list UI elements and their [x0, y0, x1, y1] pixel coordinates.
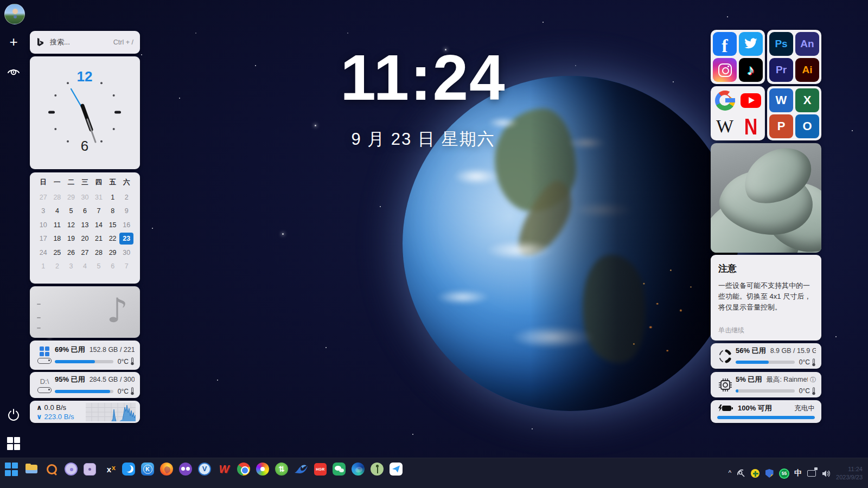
notice-continue-link[interactable]: 单击继续 — [718, 326, 744, 335]
calendar-cell[interactable]: 14 — [92, 219, 106, 231]
network-widget[interactable]: ∧0.0 B/s ∨223.0 B/s — [30, 401, 140, 423]
taskbar-wps[interactable]: W — [217, 462, 231, 476]
search-widget[interactable]: 搜索... Ctrl + / — [30, 31, 140, 54]
notice-card[interactable]: 注意 一些设备可能不支持其中的一些功能。切换至 4x1 尺寸后，将仅显示音量控制… — [711, 255, 821, 341]
ime-indicator[interactable]: 中 — [794, 468, 802, 478]
calendar-widget[interactable]: 日一二三四五六272829303112345678910111213141516… — [30, 172, 140, 284]
taskbar-color-browser[interactable] — [256, 463, 269, 476]
taskbar-x-app[interactable]: x — [102, 462, 116, 476]
calendar-cell[interactable]: 31 — [92, 191, 106, 203]
eye-toggle-button[interactable] — [7, 64, 21, 78]
calendar-cell[interactable]: 25 — [50, 247, 65, 259]
calendar-cell[interactable]: 22 — [106, 233, 120, 245]
calendar-cell[interactable]: 2 — [50, 260, 65, 272]
app-word[interactable]: W — [769, 88, 793, 112]
tray-antivirus-icon[interactable] — [751, 469, 760, 478]
calendar-cell[interactable]: 4 — [78, 260, 92, 272]
calendar-cell[interactable]: 13 — [78, 219, 92, 231]
app-illustrator[interactable]: Ai — [795, 58, 819, 82]
calendar-cell[interactable]: 30 — [119, 247, 133, 259]
taskbar-key-app[interactable] — [371, 463, 384, 476]
tray-satellite-icon[interactable] — [736, 468, 746, 478]
calendar-cell[interactable]: 10 — [36, 219, 50, 231]
app-google[interactable] — [713, 88, 737, 112]
app-netflix[interactable]: N — [739, 114, 763, 138]
app-animate[interactable]: An — [795, 32, 819, 56]
app-premiere[interactable]: Pr — [769, 58, 793, 82]
add-widget-button[interactable]: + — [7, 36, 20, 49]
music-widget[interactable]: ♪ — [30, 286, 140, 338]
calendar-cell[interactable]: 3 — [64, 260, 78, 272]
calendar-cell[interactable]: 6 — [78, 205, 92, 217]
app-outlook[interactable]: O — [795, 114, 819, 138]
calendar-cell[interactable]: 11 — [50, 219, 65, 231]
calendar-cell[interactable]: 19 — [64, 233, 78, 245]
taskbar-hgr-app[interactable]: HGR — [314, 463, 327, 476]
analog-clock-widget[interactable]: 12 6 — [30, 56, 140, 169]
bloom-image-card[interactable] — [711, 143, 821, 253]
taskbar-chrome[interactable] — [237, 463, 250, 476]
disk-c-widget[interactable]: 69% 已用 152.8 GB / 221.8… 0°C — [30, 341, 140, 370]
taskbar-edge[interactable] — [352, 463, 365, 476]
calendar-cell[interactable]: 24 — [36, 247, 50, 259]
tray-expand-button[interactable]: ^ — [728, 469, 731, 477]
volume-icon[interactable] — [821, 468, 831, 478]
rail-windows-button[interactable] — [7, 437, 20, 450]
taskbar-firefox[interactable] — [160, 463, 173, 476]
calendar-cell[interactable]: 1 — [36, 260, 50, 272]
calendar-cell[interactable]: 27 — [78, 247, 92, 259]
calendar-cell[interactable]: 29 — [64, 191, 78, 203]
calendar-cell[interactable]: 7 — [92, 205, 106, 217]
battery-widget[interactable]: 100% 可用 充电中 — [711, 400, 821, 423]
tray-green-badge[interactable]: 55 — [779, 468, 789, 479]
info-icon[interactable]: ⓘ — [810, 376, 816, 384]
calendar-cell[interactable]: 1 — [106, 191, 120, 203]
calendar-cell[interactable]: 2 — [119, 191, 133, 203]
user-avatar[interactable] — [4, 4, 25, 24]
taskbar-tim[interactable] — [390, 463, 403, 476]
tray-shield-warning-icon[interactable] — [764, 468, 774, 478]
app-facebook[interactable]: f — [713, 32, 737, 56]
taskbar-search[interactable] — [44, 462, 59, 476]
calendar-cell[interactable]: 4 — [50, 205, 65, 217]
taskbar-crescent-browser[interactable] — [122, 463, 135, 476]
taskbar-wave-app[interactable] — [294, 462, 308, 476]
taskbar-v-app[interactable]: V — [198, 463, 211, 476]
ram-widget[interactable]: 56% 已用 8.9 GB / 15.9 GB 0°C — [711, 343, 821, 369]
tray-display-icon[interactable] — [807, 468, 816, 478]
taskbar-goggles-app[interactable] — [179, 463, 192, 476]
calendar-cell[interactable]: 9 — [119, 205, 133, 217]
app-excel[interactable]: X — [795, 88, 819, 112]
taskbar-wechat[interactable] — [333, 463, 346, 476]
app-powerpoint[interactable]: P — [769, 114, 793, 138]
calendar-cell[interactable]: 26 — [64, 247, 78, 259]
tray-clock[interactable]: 11:24 2023/9/23 — [836, 465, 863, 481]
app-tiktok[interactable]: ♪ — [739, 58, 763, 82]
calendar-cell[interactable]: 28 — [50, 191, 65, 203]
app-photoshop[interactable]: Ps — [769, 32, 793, 56]
calendar-cell[interactable]: 8 — [106, 205, 120, 217]
app-youtube[interactable] — [739, 88, 763, 112]
calendar-cell[interactable]: 16 — [119, 219, 133, 231]
disk-d-widget[interactable]: D:\ 95% 已用 284.5 GB / 300.0… 0°C — [30, 372, 140, 398]
calendar-selected-day[interactable]: 23 — [119, 233, 133, 245]
calendar-cell[interactable]: 28 — [92, 247, 106, 259]
calendar-cell[interactable]: 27 — [36, 191, 50, 203]
taskbar-purple-box-app[interactable] — [84, 463, 96, 476]
calendar-cell[interactable]: 21 — [92, 233, 106, 245]
calendar-cell[interactable]: 6 — [106, 260, 120, 272]
calendar-cell[interactable]: 12 — [64, 219, 78, 231]
calendar-cell[interactable]: 5 — [92, 260, 106, 272]
app-wikipedia[interactable]: W — [713, 114, 737, 138]
taskbar-sync-app[interactable]: ⇅ — [275, 463, 288, 476]
calendar-cell[interactable]: 18 — [50, 233, 65, 245]
calendar-cell[interactable]: 7 — [119, 260, 133, 272]
cpu-widget[interactable]: 5% 已用 最高: Rainmet… ⓘ 0°C — [711, 372, 821, 397]
app-instagram[interactable] — [713, 58, 737, 82]
taskbar-start[interactable] — [4, 462, 18, 476]
calendar-cell[interactable]: 5 — [64, 205, 78, 217]
calendar-cell[interactable]: 15 — [106, 219, 120, 231]
taskbar-k-app[interactable]: K — [141, 463, 154, 476]
taskbar-file-explorer[interactable] — [24, 462, 39, 476]
app-twitter[interactable] — [739, 32, 763, 56]
